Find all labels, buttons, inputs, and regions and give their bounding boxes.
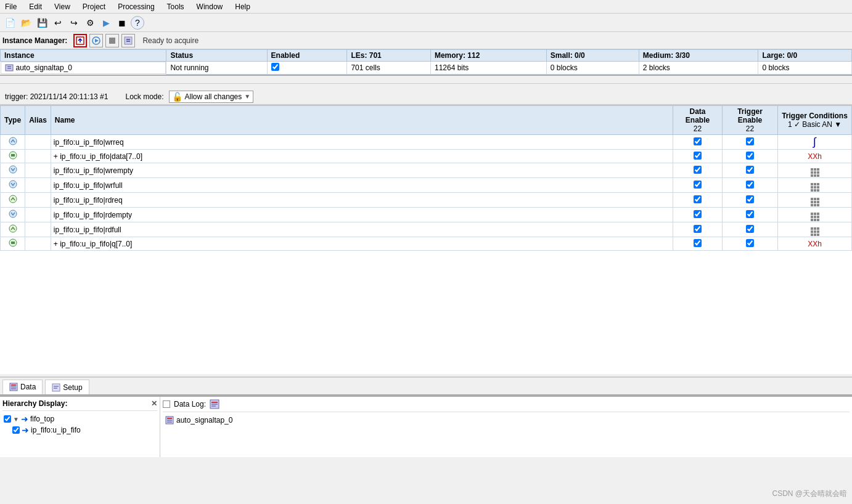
lock-mode-select[interactable]: 🔓 Allow all changes ▼	[169, 91, 254, 103]
col-status: Status	[166, 50, 267, 62]
data-enable-cell[interactable]	[673, 135, 723, 150]
signal-row[interactable]: ip_fifo:u_ip_fifo|wrempty	[1, 163, 852, 178]
data-enable-cell[interactable]	[673, 237, 723, 251]
signal-table-area: Type Alias Name Data Enable22 Trigger En…	[0, 105, 852, 251]
stop2-button[interactable]	[105, 34, 119, 47]
menu-project[interactable]: Project	[80, 1, 108, 12]
arrow-icon-2: ➜	[22, 425, 29, 435]
new-button[interactable]: 📄	[2, 15, 17, 30]
signal-table: Type Alias Name Data Enable22 Trigger En…	[0, 105, 852, 251]
lock-mode-value: Allow all changes	[185, 92, 242, 101]
svg-rect-19	[11, 242, 15, 244]
lock-icon: 🔓	[172, 92, 182, 102]
name-cell: ip_fifo:u_ip_fifo|rdempty	[51, 208, 673, 222]
open-button[interactable]: 📂	[18, 15, 33, 30]
menu-view[interactable]: View	[52, 1, 73, 12]
name-cell: ip_fifo:u_ip_fifo|wrfull	[51, 178, 673, 193]
alias-cell[interactable]	[25, 178, 51, 193]
dropdown-arrow-icon: ▼	[244, 93, 250, 100]
hierarchy-label-fifo-top: fifo_top	[30, 415, 54, 423]
col-trigger-conditions[interactable]: Trigger Conditions1 ✓ Basic AN ▼	[778, 106, 852, 135]
autorun-button[interactable]	[89, 34, 103, 47]
data-log-checkbox[interactable]	[163, 400, 170, 408]
trigger-label: trigger: 2021/11/14 20:11:13 #1	[5, 92, 108, 101]
trigger-enable-cell[interactable]	[723, 208, 778, 222]
signal-row[interactable]: ip_fifo:u_ip_fifo|rdreq	[1, 193, 852, 208]
name-cell: ip_fifo:u_ip_fifo|wrreq	[51, 135, 673, 150]
data-log-item-label: auto_signaltap_0	[176, 416, 232, 425]
trigger-enable-cell[interactable]	[723, 222, 778, 237]
type-cell	[1, 135, 25, 150]
stop-button[interactable]: ◼	[115, 15, 129, 30]
menu-file[interactable]: File	[2, 1, 19, 12]
trigger-enable-cell[interactable]	[723, 163, 778, 178]
menu-edit[interactable]: Edit	[27, 1, 44, 12]
lock-mode-label: Lock mode:	[125, 92, 163, 101]
menu-window[interactable]: Window	[194, 1, 226, 12]
col-type: Type	[1, 106, 25, 135]
menubar: File Edit View Project Processing Tools …	[0, 0, 852, 14]
alias-cell[interactable]	[25, 237, 51, 251]
data-log-panel: Data Log: auto_signaltap_0	[160, 397, 852, 457]
signal-row[interactable]: + ip_fifo:u_ip_fifo|q[7..0] XXh	[1, 237, 852, 251]
trigger-enable-cell[interactable]	[723, 150, 778, 163]
data-enable-cell[interactable]	[673, 178, 723, 193]
alias-cell[interactable]	[25, 222, 51, 237]
program-button[interactable]: ▶	[99, 15, 113, 30]
signal-row[interactable]: ip_fifo:u_ip_fifo|rdempty	[1, 208, 852, 222]
data-log-item-0[interactable]: auto_signaltap_0	[163, 415, 850, 426]
trigger-enable-cell[interactable]	[723, 193, 778, 208]
compile-button[interactable]: ⚙	[83, 15, 97, 30]
instance-status: Ready to acquire	[137, 36, 199, 45]
instance-status-val: Not running	[166, 62, 267, 75]
signal-row[interactable]: + ip_fifo:u_ip_fifo|data[7..0] XXh	[1, 150, 852, 163]
read-button[interactable]	[121, 34, 135, 47]
toolbar: 📄 📂 💾 ↩ ↪ ⚙ ▶ ◼ ?	[0, 14, 852, 32]
tab-data[interactable]: Data	[2, 380, 43, 394]
signal-row[interactable]: ip_fifo:u_ip_fifo|rdfull	[1, 222, 852, 237]
trigger-enable-cell[interactable]	[723, 135, 778, 150]
undo-button[interactable]: ↩	[51, 15, 65, 30]
type-cell	[1, 193, 25, 208]
alias-cell[interactable]	[25, 208, 51, 222]
name-cell: + ip_fifo:u_ip_fifo|data[7..0]	[51, 150, 673, 163]
alias-cell[interactable]	[25, 150, 51, 163]
tab-setup-label: Setup	[63, 383, 82, 392]
svg-point-10	[9, 137, 17, 145]
redo-button[interactable]: ↪	[67, 15, 81, 30]
alias-cell[interactable]	[25, 193, 51, 208]
data-enable-cell[interactable]	[673, 193, 723, 208]
hierarchy-item-ip-fifo[interactable]: ➜ ip_fifo:u_ip_fifo	[2, 425, 157, 436]
data-enable-cell[interactable]	[673, 222, 723, 237]
condition-cell: XXh	[778, 237, 852, 251]
instance-memory: 11264 bits	[430, 62, 546, 75]
col-memory: Memory: 112	[430, 50, 546, 62]
help-button[interactable]: ?	[131, 16, 144, 30]
trigger-enable-cell[interactable]	[723, 178, 778, 193]
svg-rect-12	[11, 154, 15, 156]
signal-row[interactable]: ip_fifo:u_ip_fifo|wrreq ∫	[1, 135, 852, 150]
data-log-label: Data Log:	[174, 400, 206, 408]
hierarchy-item-fifo-top[interactable]: ▼ ➜ fifo_top	[2, 413, 157, 425]
alias-cell[interactable]	[25, 135, 51, 150]
menu-help[interactable]: Help	[232, 1, 253, 12]
alias-cell[interactable]	[25, 163, 51, 178]
tab-setup[interactable]: Setup	[45, 380, 89, 394]
hierarchy-close-button[interactable]: ✕	[151, 399, 157, 408]
data-enable-cell[interactable]	[673, 208, 723, 222]
menu-processing[interactable]: Processing	[115, 1, 157, 12]
data-enable-cell[interactable]	[673, 150, 723, 163]
instance-enabled[interactable]	[267, 62, 347, 75]
menu-tools[interactable]: Tools	[165, 1, 187, 12]
svg-point-16	[9, 210, 17, 217]
acquire-button[interactable]	[73, 34, 87, 47]
trigger-enable-cell[interactable]	[723, 237, 778, 251]
col-enabled: Enabled	[267, 50, 347, 62]
spacer	[0, 76, 852, 83]
signal-row[interactable]: ip_fifo:u_ip_fifo|wrfull	[1, 178, 852, 193]
instance-row[interactable]: auto_signaltap_0 Not running 701 cells 1…	[1, 62, 852, 75]
data-log-header: Data Log:	[163, 399, 850, 412]
save-button[interactable]: 💾	[35, 15, 49, 30]
data-enable-cell[interactable]	[673, 163, 723, 178]
svg-point-17	[9, 225, 17, 232]
